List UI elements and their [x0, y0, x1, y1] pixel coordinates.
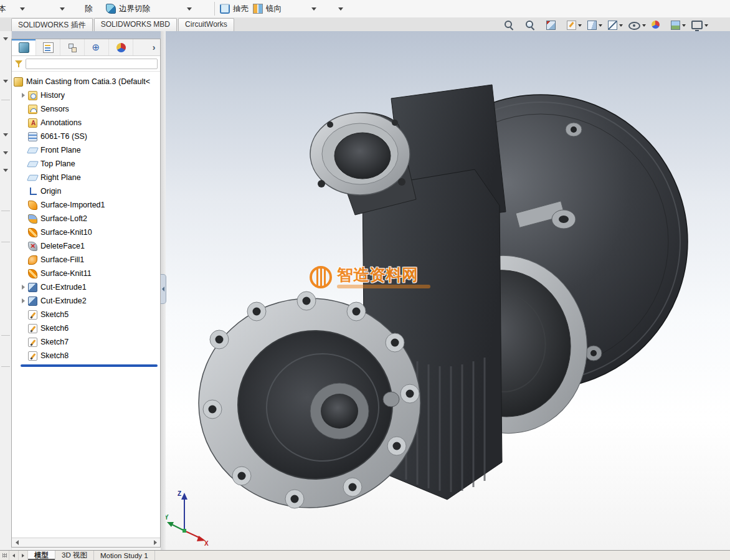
mirror-button[interactable]: 镜向	[253, 2, 282, 16]
dropdown-caret-icon[interactable]	[20, 7, 25, 11]
toolbar-partial-mid[interactable]: 除	[85, 2, 95, 16]
dropdown-caret-icon[interactable]	[60, 7, 65, 11]
document-tab[interactable]: 3D 视图	[55, 551, 94, 560]
document-tab[interactable]: 模型	[28, 551, 55, 560]
ribbon-tab[interactable]: SOLIDWORKS 插件	[11, 18, 93, 31]
document-tabs: 模型 3D 视图 Motion Study 1	[28, 551, 155, 560]
triad-x-label: X	[204, 540, 209, 546]
tree-item[interactable]: History	[12, 88, 160, 102]
tab-configuration-manager[interactable]	[60, 39, 85, 55]
feature-tree: Main Casting from Catia.3 (Default< Hist…	[12, 72, 160, 538]
dimxpert-manager-icon	[92, 43, 102, 52]
tree-item[interactable]: 6061-T6 (SS)	[12, 130, 160, 143]
history-icon	[28, 91, 37, 100]
dropdown-caret-icon[interactable]	[704, 24, 708, 27]
view-tool-button[interactable]	[525, 20, 541, 31]
tab-property-manager[interactable]	[36, 39, 60, 55]
tab-scroll-left-button[interactable]	[9, 551, 19, 560]
ribbon-tab[interactable]: SOLIDWORKS MBD	[94, 18, 177, 31]
tree-root-item[interactable]: Main Casting from Catia.3 (Default<	[12, 75, 160, 88]
sketch-icon	[28, 338, 37, 347]
tree-item[interactable]: Surface-Imported1	[12, 198, 160, 212]
filter-funnel-icon[interactable]	[14, 59, 23, 68]
tree-item[interactable]: Right Plane	[12, 171, 160, 184]
scroll-right-button[interactable]	[152, 539, 158, 546]
dropdown-caret-icon[interactable]	[187, 7, 192, 11]
dropdown-caret-icon[interactable]	[3, 37, 8, 40]
toolbar-separator	[214, 2, 215, 16]
view-tool-button[interactable]	[652, 20, 665, 31]
pane-split-icon[interactable]	[0, 551, 9, 560]
view-tool-button[interactable]	[587, 20, 602, 31]
feature-manager-panel: Main Casting from Catia.3 (Default< Hist…	[11, 39, 161, 548]
boundary-cut-button[interactable]: 边界切除	[106, 2, 150, 16]
view-tool-button[interactable]	[546, 20, 561, 31]
tree-item[interactable]: Surface-Knit10	[12, 225, 160, 239]
expand-arrow-icon[interactable]	[22, 285, 28, 290]
tree-item[interactable]: Sensors	[12, 102, 160, 116]
sketch-icon	[28, 351, 37, 361]
solidworks-window: 本 除 边界切除 抽壳 镜向 SOLIDWORKS 插件 SOLIDWORKS …	[0, 0, 730, 560]
dropdown-caret-icon[interactable]	[3, 133, 8, 136]
view-tool-button[interactable]	[504, 20, 519, 31]
tab-dimxpert-manager[interactable]	[85, 39, 109, 55]
ribbon-tab[interactable]: CircuitWorks	[178, 18, 234, 31]
tree-item[interactable]: Sketch8	[12, 349, 160, 363]
panel-splitter[interactable]	[161, 31, 166, 550]
tree-item[interactable]: Sketch5	[12, 308, 160, 321]
rollback-bar[interactable]	[21, 364, 158, 367]
expand-arrow-icon[interactable]	[22, 298, 28, 303]
tab-scroll-right-button[interactable]	[19, 551, 28, 560]
dropdown-caret-icon[interactable]	[599, 24, 602, 27]
dropdown-caret-icon[interactable]	[3, 151, 8, 154]
tree-item[interactable]: Annotations	[12, 116, 160, 130]
tree-item[interactable]: Sketch7	[12, 335, 160, 349]
configuration-manager-icon	[68, 43, 77, 52]
apply-scene-icon	[671, 21, 680, 30]
dropdown-caret-icon[interactable]	[3, 80, 8, 83]
sketch-icon	[28, 324, 37, 333]
dropdown-caret-icon[interactable]	[578, 24, 582, 27]
dropdown-caret-icon[interactable]	[642, 24, 646, 27]
dropdown-caret-icon[interactable]	[619, 24, 623, 27]
dropdown-caret-icon[interactable]	[3, 169, 8, 172]
tree-item[interactable]: Sketch6	[12, 321, 160, 335]
tree-item[interactable]: Top Plane	[12, 157, 160, 171]
view-tool-button[interactable]	[608, 20, 623, 31]
manager-tabs-overflow-button[interactable]	[148, 39, 160, 55]
tree-item[interactable]: Surface-Loft2	[12, 212, 160, 225]
tree-item[interactable]: Surface-Knit11	[12, 267, 160, 280]
sketch-tools-icon	[567, 21, 576, 30]
view-tool-button[interactable]	[567, 20, 582, 31]
dropdown-caret-icon[interactable]	[338, 7, 343, 11]
tree-item[interactable]: Cut-Extrude1	[12, 280, 160, 294]
dropdown-caret-icon[interactable]	[682, 24, 686, 27]
tree-item[interactable]: Cut-Extrude2	[12, 294, 160, 308]
panel-collapse-handle[interactable]	[161, 274, 166, 304]
sensors-icon	[28, 105, 37, 114]
tree-item[interactable]: Origin	[12, 184, 160, 198]
left-toolbar-strip	[0, 31, 12, 550]
shell-button[interactable]: 抽壳	[220, 2, 249, 16]
tab-feature-manager[interactable]	[12, 39, 36, 55]
view-settings-icon	[691, 21, 703, 29]
tree-horizontal-scrollbar[interactable]	[12, 538, 160, 547]
dropdown-caret-icon[interactable]	[311, 7, 316, 11]
tree-item[interactable]: DeleteFace1	[12, 239, 160, 253]
surface-knit-icon	[28, 228, 37, 237]
delete-face-icon	[28, 242, 37, 251]
tree-item[interactable]: Surface-Fill1	[12, 253, 160, 267]
view-tool-button[interactable]	[671, 20, 686, 31]
tab-display-manager[interactable]	[109, 39, 133, 55]
boundary-cut-icon	[106, 4, 116, 14]
scroll-left-button[interactable]	[14, 539, 20, 546]
tree-filter-input[interactable]	[26, 59, 158, 69]
view-tool-button[interactable]	[628, 20, 646, 31]
document-tab[interactable]: Motion Study 1	[94, 551, 155, 560]
toolbar-partial-left[interactable]: 本	[0, 2, 8, 16]
hide-show-icon	[628, 22, 640, 30]
view-tool-button[interactable]	[691, 20, 708, 31]
tree-item[interactable]: Front Plane	[12, 143, 160, 157]
surface-loft-icon	[28, 214, 37, 224]
expand-arrow-icon[interactable]	[22, 93, 28, 98]
